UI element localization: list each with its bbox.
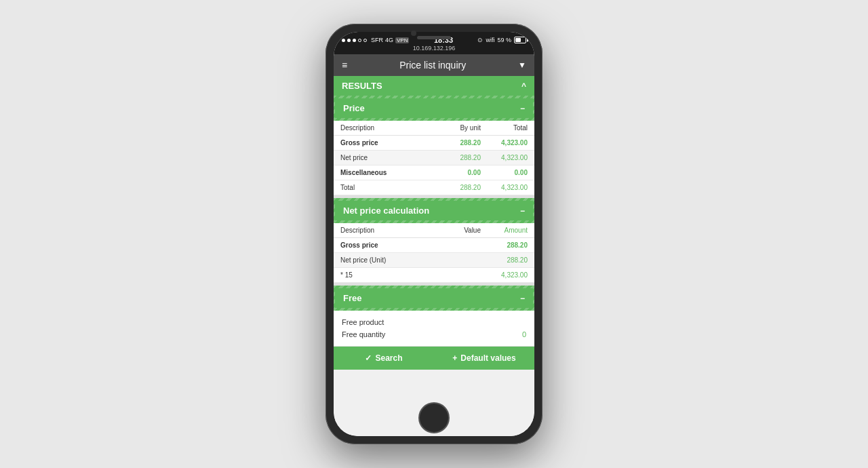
status-bar: SFR 4G VPN 18:33 ⊙ wifi 59 % 10.169.132 <box>334 32 534 54</box>
header-title: Price list inquiry <box>399 60 466 71</box>
price-desc-3: Total <box>340 184 434 191</box>
signal-dot-1 <box>342 39 345 42</box>
net-amt-2: 4,323.00 <box>481 271 528 279</box>
search-label: Search <box>375 353 402 363</box>
net-val-0 <box>434 241 481 249</box>
network-label: 4G <box>385 37 393 43</box>
net-row-gross: Gross price 288.20 <box>334 238 534 253</box>
status-ip: 10.169.132.196 <box>413 45 456 52</box>
price-desc-0: Gross price <box>340 139 434 147</box>
net-desc-0: Gross price <box>340 241 434 249</box>
speaker <box>417 36 451 39</box>
wifi-icon: wifi <box>486 37 494 43</box>
default-values-label: Default values <box>460 353 515 363</box>
price-section-header[interactable]: Price − <box>335 98 533 118</box>
price-collapse-icon[interactable]: − <box>520 104 525 113</box>
results-section-header[interactable]: RESULTS ^ <box>334 76 534 96</box>
screen: SFR 4G VPN 18:33 ⊙ wifi 59 % 10.169.132 <box>334 32 534 436</box>
default-plus-icon: + <box>452 353 457 363</box>
price-col-total: Total <box>481 124 528 132</box>
dropdown-icon[interactable]: ▼ <box>518 60 526 70</box>
net-val-2 <box>434 271 481 279</box>
free-row-quantity: Free quantity <box>342 328 526 340</box>
price-col-desc: Description <box>340 124 434 132</box>
price-desc-1: Net price <box>340 154 434 161</box>
net-price-panel-wrapper: Net price calculation − <box>334 198 534 223</box>
net-amt-1: 288.20 <box>481 256 528 264</box>
free-collapse-icon[interactable]: − <box>520 294 525 303</box>
search-button[interactable]: ✓ Search <box>334 347 434 370</box>
price-total-0: 4,323.00 <box>481 139 528 147</box>
price-table-header: Description By unit Total <box>334 121 534 136</box>
free-quantity-label: Free quantity <box>342 330 385 338</box>
price-table: Description By unit Total Gross price 28… <box>334 121 534 195</box>
price-unit-2: 0.00 <box>434 169 481 176</box>
search-check-icon: ✓ <box>365 353 372 363</box>
camera <box>411 31 416 36</box>
signal-dot-3 <box>353 39 356 42</box>
free-label: Free <box>343 293 361 303</box>
app-header: ≡ Price list inquiry ▼ <box>334 54 534 76</box>
net-row-unit: Net price (Unit) 288.20 <box>334 253 534 268</box>
signal-dot-4 <box>358 39 361 42</box>
price-unit-1: 288.20 <box>434 154 481 161</box>
battery-pct: 59 % <box>497 37 511 43</box>
net-price-table: Description Value Amount Gross price 288… <box>334 223 534 283</box>
phone-inner: SFR 4G VPN 18:33 ⊙ wifi 59 % 10.169.132 <box>334 32 534 436</box>
price-row-misc: Miscellaneous 0.00 0.00 <box>334 165 534 180</box>
net-desc-1: Net price (Unit) <box>340 256 434 264</box>
price-row-total: Total 288.20 4,323.00 <box>334 180 534 195</box>
price-unit-3: 288.20 <box>434 184 481 191</box>
price-row-gross: Gross price 288.20 4,323.00 <box>334 136 534 151</box>
price-desc-2: Miscellaneous <box>340 169 434 176</box>
free-product-label: Free product <box>342 318 384 326</box>
free-row-product: Free product <box>342 316 526 328</box>
default-values-button[interactable]: + Default values <box>434 347 534 370</box>
vpn-label: VPN <box>395 37 409 43</box>
home-button[interactable] <box>418 402 450 433</box>
net-val-1 <box>434 256 481 264</box>
status-right: ⊙ wifi 59 % <box>477 37 526 43</box>
net-amt-0: 288.20 <box>481 241 528 249</box>
price-panel-wrapper: Price − <box>334 96 534 121</box>
net-desc-2: * 15 <box>340 271 434 279</box>
menu-icon[interactable]: ≡ <box>342 60 347 71</box>
free-panel-wrapper: Free − <box>334 286 534 311</box>
battery-fill <box>515 38 521 42</box>
net-table-header: Description Value Amount <box>334 223 534 238</box>
free-section-header[interactable]: Free − <box>335 288 533 308</box>
phone-device: SFR 4G VPN 18:33 ⊙ wifi 59 % 10.169.132 <box>326 24 542 444</box>
carrier-label: SFR <box>371 37 383 43</box>
price-unit-0: 288.20 <box>434 139 481 147</box>
screen-content: RESULTS ^ Price − Description By unit To… <box>334 76 534 436</box>
net-price-label: Net price calculation <box>343 206 429 216</box>
price-total-1: 4,323.00 <box>481 154 528 161</box>
price-col-unit: By unit <box>434 124 481 132</box>
price-total-3: 4,323.00 <box>481 184 528 191</box>
net-col-val: Value <box>434 227 481 234</box>
bottom-buttons: ✓ Search + Default values <box>334 346 534 370</box>
price-total-2: 0.00 <box>481 169 528 176</box>
free-section: Free product Free quantity <box>334 311 534 346</box>
net-row-qty: * 15 4,323.00 <box>334 268 534 283</box>
bluetooth-icon: ⊙ <box>477 37 483 43</box>
net-col-desc: Description <box>340 227 434 234</box>
results-collapse-icon[interactable]: ^ <box>521 81 526 91</box>
battery-icon <box>514 37 526 43</box>
price-label: Price <box>343 103 365 113</box>
free-quantity-input[interactable] <box>499 330 526 338</box>
net-price-collapse-icon[interactable]: − <box>520 206 525 216</box>
free-product-input[interactable] <box>499 318 526 326</box>
signal-dot-2 <box>347 39 351 42</box>
price-row-net: Net price 288.20 4,323.00 <box>334 151 534 165</box>
signal-dot-5 <box>363 39 367 42</box>
net-price-section-header[interactable]: Net price calculation − <box>335 201 533 220</box>
status-left: SFR 4G VPN <box>342 37 409 43</box>
results-label: RESULTS <box>342 81 382 91</box>
net-col-amt: Amount <box>481 227 528 234</box>
